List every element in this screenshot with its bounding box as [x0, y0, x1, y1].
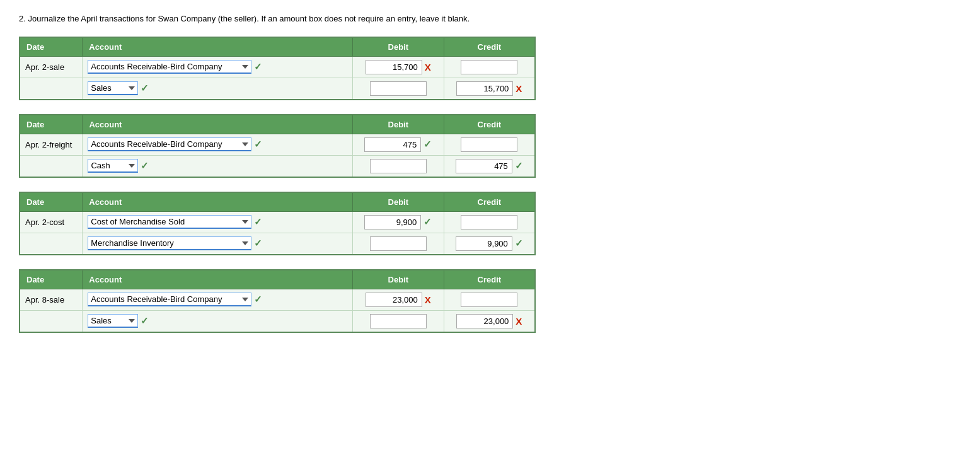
account-dropdown[interactable]: Sales — [88, 81, 138, 95]
header-debit-1: Debit — [352, 37, 444, 57]
debit-cell — [352, 78, 444, 100]
debit-cell: X — [352, 56, 444, 78]
debit-input[interactable] — [370, 236, 427, 251]
credit-cell: ✓ — [444, 233, 535, 255]
debit-input[interactable] — [370, 81, 427, 96]
debit-status-icon: X — [425, 294, 431, 305]
journal-table-2: Date Account Debit Credit Apr. 2-freight… — [19, 114, 536, 178]
account-dropdown[interactable]: Accounts Receivable-Bird Company — [88, 293, 251, 306]
date-cell: Apr. 2-cost — [20, 211, 83, 233]
header-account-2: Account — [83, 115, 353, 134]
table-row: Sales ✓ X — [20, 310, 535, 332]
journal-table-1: Date Account Debit Credit Apr. 2-sale Ac… — [19, 37, 536, 100]
account-dropdown[interactable]: Accounts Receivable-Bird Company — [88, 137, 251, 151]
credit-input[interactable] — [461, 293, 517, 307]
credit-input[interactable] — [461, 215, 517, 229]
account-cell: Sales ✓ — [83, 310, 353, 332]
debit-input[interactable] — [366, 293, 422, 307]
debit-status-icon: ✓ — [424, 216, 432, 228]
account-select-wrapper: Accounts Receivable-Bird Company ✓ — [88, 60, 262, 74]
date-cell — [20, 233, 83, 255]
debit-input[interactable] — [364, 215, 421, 229]
credit-input[interactable] — [456, 159, 512, 173]
account-cell: Accounts Receivable-Bird Company ✓ — [83, 134, 353, 155]
credit-cell — [444, 211, 535, 233]
check-icon: ✓ — [254, 216, 262, 228]
header-credit-2: Credit — [444, 115, 535, 134]
account-dropdown[interactable]: Merchandise Inventory — [88, 236, 251, 250]
journal-table-4: Date Account Debit Credit Apr. 8-sale Ac… — [19, 269, 536, 333]
debit-cell — [352, 155, 444, 177]
table-row: Merchandise Inventory ✓ ✓ — [20, 233, 535, 255]
header-debit-2: Debit — [352, 115, 444, 134]
header-date-4: Date — [20, 270, 83, 289]
debit-cell — [352, 310, 444, 332]
header-date-1: Date — [20, 37, 83, 57]
account-cell: Accounts Receivable-Bird Company ✓ — [83, 56, 353, 78]
debit-cell: ✓ — [352, 211, 444, 233]
header-account-3: Account — [83, 192, 353, 212]
account-dropdown[interactable]: Accounts Receivable-Bird Company — [88, 60, 251, 74]
date-cell: Apr. 8-sale — [20, 289, 83, 310]
table-row: Cash ✓ ✓ — [20, 155, 535, 177]
account-cell: Cash ✓ — [83, 155, 353, 177]
account-select-wrapper: Cash ✓ — [88, 159, 149, 173]
account-select-wrapper: Accounts Receivable-Bird Company ✓ — [88, 137, 262, 151]
account-dropdown[interactable]: Cost of Merchandise Sold — [88, 215, 251, 229]
header-credit-4: Credit — [444, 270, 535, 289]
table-row: Sales ✓ X — [20, 78, 535, 100]
header-account-1: Account — [83, 37, 353, 57]
account-cell: Cost of Merchandise Sold ✓ — [83, 211, 353, 233]
header-credit-1: Credit — [444, 37, 535, 57]
debit-input[interactable] — [370, 159, 427, 173]
check-icon: ✓ — [254, 238, 262, 249]
debit-status-icon: X — [425, 62, 431, 73]
credit-status-icon: X — [516, 83, 522, 94]
header-account-4: Account — [83, 270, 353, 289]
table-row: Apr. 8-sale Accounts Receivable-Bird Com… — [20, 289, 535, 310]
credit-input[interactable] — [461, 137, 517, 152]
check-icon: ✓ — [254, 139, 262, 150]
date-cell: Apr. 2-sale — [20, 56, 83, 78]
account-dropdown[interactable]: Sales — [88, 314, 138, 328]
credit-cell: ✓ — [444, 155, 535, 177]
credit-cell — [444, 289, 535, 310]
date-cell — [20, 155, 83, 177]
header-debit-3: Debit — [352, 192, 444, 212]
credit-input[interactable] — [456, 81, 513, 96]
instruction-text: 2. Journalize the April transactions for… — [19, 13, 961, 25]
check-icon: ✓ — [254, 61, 262, 73]
table-row: Apr. 2-freight Accounts Receivable-Bird … — [20, 134, 535, 155]
account-cell: Accounts Receivable-Bird Company ✓ — [83, 289, 353, 310]
account-dropdown[interactable]: Cash — [88, 159, 138, 173]
credit-input[interactable] — [461, 60, 517, 74]
table-row: Apr. 2-cost Cost of Merchandise Sold ✓ ✓ — [20, 211, 535, 233]
credit-status-icon: ✓ — [515, 160, 523, 171]
credit-status-icon: ✓ — [515, 238, 523, 249]
check-icon: ✓ — [254, 294, 262, 305]
credit-status-icon: X — [516, 316, 522, 327]
debit-status-icon: ✓ — [424, 139, 432, 150]
header-date-2: Date — [20, 115, 83, 134]
account-select-wrapper: Accounts Receivable-Bird Company ✓ — [88, 293, 262, 306]
credit-cell: X — [444, 310, 535, 332]
debit-input[interactable] — [370, 314, 427, 328]
header-date-3: Date — [20, 192, 83, 212]
header-debit-4: Debit — [352, 270, 444, 289]
credit-cell — [444, 56, 535, 78]
account-select-wrapper: Cost of Merchandise Sold ✓ — [88, 215, 262, 229]
credit-cell: X — [444, 78, 535, 100]
date-cell — [20, 78, 83, 100]
credit-input[interactable] — [456, 236, 512, 251]
check-icon: ✓ — [141, 160, 149, 171]
credit-input[interactable] — [456, 314, 513, 328]
debit-input[interactable] — [366, 60, 422, 74]
account-select-wrapper: Sales ✓ — [88, 314, 149, 328]
debit-cell — [352, 233, 444, 255]
account-select-wrapper: Merchandise Inventory ✓ — [88, 236, 262, 250]
debit-cell: ✓ — [352, 134, 444, 155]
debit-input[interactable] — [364, 137, 421, 152]
check-icon: ✓ — [141, 83, 149, 94]
journal-table-3: Date Account Debit Credit Apr. 2-cost Co… — [19, 192, 536, 255]
header-credit-3: Credit — [444, 192, 535, 212]
